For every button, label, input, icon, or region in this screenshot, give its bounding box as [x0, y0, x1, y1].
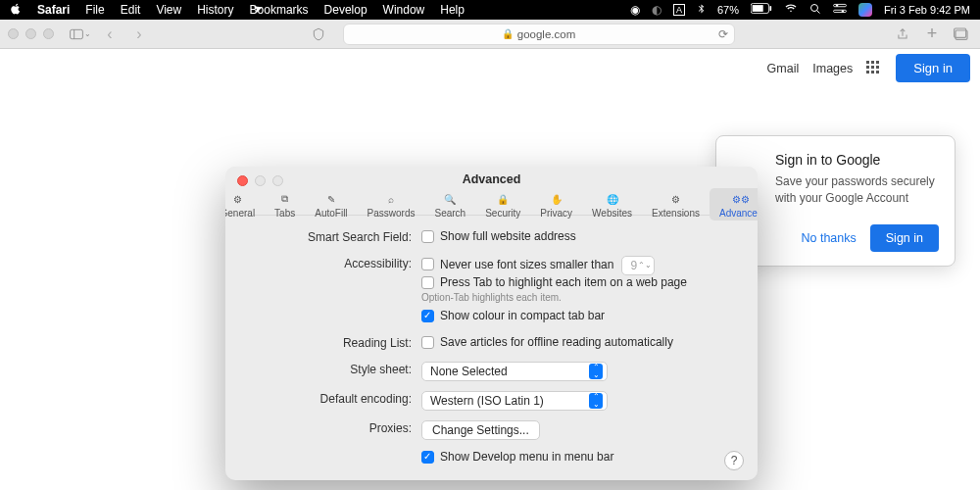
safari-toolbar: ⌄ ‹ › 🔒 google.com ⟳ +: [0, 20, 980, 49]
tabs-icon: ⧉: [281, 190, 288, 208]
url-host: google.com: [517, 28, 575, 40]
google-header-links: Gmail Images Sign in: [767, 54, 970, 82]
battery-percentage: 67%: [717, 4, 739, 16]
url-bar[interactable]: 🔒 google.com ⟳: [343, 24, 735, 45]
press-tab-checkbox[interactable]: Press Tab to highlight each item on a we…: [421, 275, 687, 289]
siri-icon[interactable]: [858, 3, 872, 17]
show-develop-checkbox[interactable]: Show Develop menu in menu bar: [421, 450, 613, 464]
prefs-title: Advanced: [225, 172, 758, 186]
gmail-link[interactable]: Gmail: [767, 62, 800, 75]
menu-develop[interactable]: Develop: [324, 3, 368, 17]
apple-logo-icon[interactable]: [10, 3, 22, 18]
accessibility-label: Accessibility:: [255, 256, 421, 270]
images-link[interactable]: Images: [812, 62, 853, 75]
proxies-label: Proxies:: [255, 420, 421, 435]
input-source-icon[interactable]: A: [673, 4, 685, 16]
menu-history[interactable]: History: [197, 3, 233, 17]
svg-rect-7: [834, 10, 847, 12]
fullscreen-window-icon[interactable]: [43, 28, 54, 39]
no-thanks-button[interactable]: No thanks: [801, 231, 856, 245]
stylesheet-select[interactable]: None Selected⌃⌄: [421, 362, 608, 381]
svg-rect-9: [71, 29, 83, 38]
menu-help[interactable]: Help: [440, 3, 465, 17]
lock-icon: 🔒: [502, 28, 514, 39]
reload-icon[interactable]: ⟳: [718, 27, 728, 41]
nav-back-icon[interactable]: ‹: [99, 24, 121, 45]
svg-point-8: [842, 10, 844, 12]
google-apps-icon[interactable]: [866, 61, 882, 76]
spotlight-icon[interactable]: [809, 3, 821, 18]
search-icon: 🔍: [444, 190, 456, 208]
svg-line-4: [816, 10, 819, 13]
battery-icon[interactable]: [751, 3, 772, 17]
minimize-window-icon[interactable]: [25, 28, 36, 39]
show-colour-checkbox[interactable]: Show colour in compact tab bar: [421, 309, 605, 322]
screen-record-icon[interactable]: ◉: [630, 3, 640, 17]
popover-signin-button[interactable]: Sign in: [870, 224, 939, 252]
option-tab-hint: Option-Tab highlights each item.: [421, 292, 728, 303]
close-window-icon[interactable]: [8, 28, 19, 39]
menu-bookmarks[interactable]: Bookmarks: [250, 3, 309, 17]
wifi-icon[interactable]: [784, 3, 798, 17]
puzzle-icon: ⚙: [671, 190, 680, 208]
lock-icon: 🔒: [497, 190, 509, 208]
svg-rect-2: [769, 6, 771, 11]
popover-body: Save your passwords securely with your G…: [775, 173, 939, 207]
key-icon: ⌕: [388, 190, 394, 208]
clock[interactable]: Fri 3 Feb 9:42 PM: [884, 4, 970, 16]
privacy-report-icon[interactable]: [308, 24, 329, 45]
encoding-select[interactable]: Western (ISO Latin 1)⌃⌄: [421, 391, 608, 411]
new-tab-icon[interactable]: +: [921, 24, 943, 45]
menu-window[interactable]: Window: [383, 3, 425, 17]
macos-menubar: Safari File Edit View History Bookmarks …: [0, 0, 980, 20]
active-app-name[interactable]: Safari: [37, 3, 70, 17]
share-icon[interactable]: [892, 24, 913, 45]
control-center-icon[interactable]: [833, 3, 847, 17]
window-traffic-lights[interactable]: [8, 28, 54, 39]
bluetooth-icon[interactable]: [697, 3, 706, 18]
nav-forward-icon[interactable]: ›: [128, 24, 150, 45]
reading-list-label: Reading List:: [255, 335, 421, 350]
pencil-icon: ✎: [327, 190, 335, 208]
gear-icon: ⚙: [233, 190, 242, 208]
tab-overview-icon[interactable]: [951, 24, 972, 45]
chevron-updown-icon: ⌃⌄: [640, 258, 650, 273]
popover-title: Sign in to Google: [775, 152, 939, 168]
min-font-size-checkbox[interactable]: Never use font sizes smaller than: [421, 258, 613, 271]
change-proxies-button[interactable]: Change Settings...: [421, 420, 540, 440]
encoding-label: Default encoding:: [255, 391, 421, 406]
font-size-select[interactable]: 9⌃⌄: [621, 256, 655, 275]
gears-icon: ⚙⚙: [732, 190, 750, 208]
menu-edit[interactable]: Edit: [121, 3, 141, 17]
show-full-url-checkbox[interactable]: Show full website address: [421, 229, 576, 243]
stylesheet-label: Style sheet:: [255, 362, 421, 376]
smart-search-label: Smart Search Field:: [255, 229, 421, 244]
offline-reading-checkbox[interactable]: Save articles for offline reading automa…: [421, 335, 673, 349]
safari-preferences-window: Advanced ⚙General ⧉Tabs ✎AutoFill ⌕Passw…: [225, 167, 758, 480]
svg-rect-5: [834, 4, 847, 6]
dnd-icon[interactable]: ◐: [652, 3, 662, 17]
hand-icon: ✋: [551, 190, 563, 208]
svg-point-3: [810, 4, 817, 11]
chevron-updown-icon: ⌃⌄: [589, 393, 603, 409]
sidebar-toggle-icon[interactable]: ⌄: [70, 24, 91, 45]
chevron-updown-icon: ⌃⌄: [589, 364, 603, 379]
svg-rect-1: [753, 5, 763, 12]
help-button[interactable]: ?: [724, 451, 744, 470]
menu-view[interactable]: View: [156, 3, 181, 17]
menu-file[interactable]: File: [85, 3, 104, 17]
globe-icon: 🌐: [607, 190, 618, 208]
svg-point-6: [836, 4, 838, 6]
google-signin-button[interactable]: Sign in: [896, 54, 970, 82]
